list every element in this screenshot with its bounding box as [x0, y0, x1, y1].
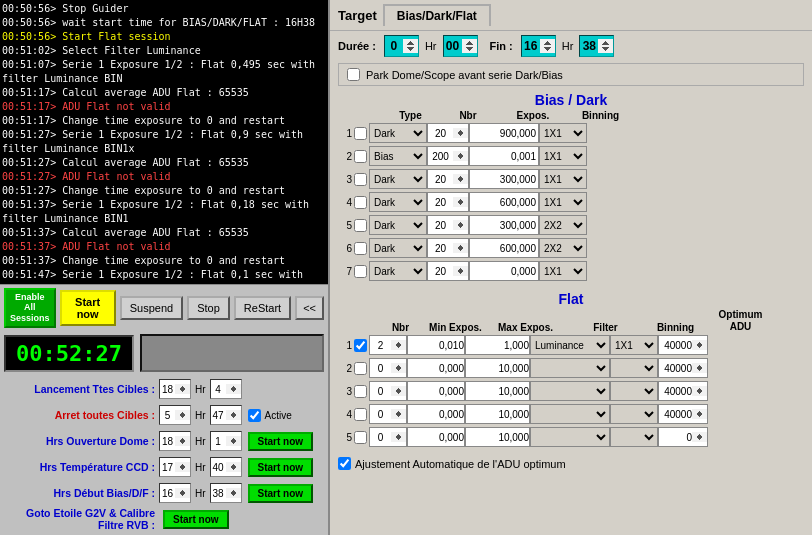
flat-maxexp-0[interactable] — [465, 335, 530, 355]
bd-bin-5[interactable]: 2X21X12X23X3 — [539, 238, 587, 258]
flat-bin-0[interactable]: 1X11X12X2 — [610, 335, 658, 355]
flat-adu-0[interactable] — [658, 335, 708, 355]
bd-row-3: 4 DarkBiasDark 1X11X12X23X3 — [338, 191, 804, 213]
bd-expos-6[interactable] — [469, 261, 539, 281]
log-line: 00:51:27> Change time exposure to 0 and … — [2, 184, 326, 198]
bd-type-6[interactable]: DarkBiasDark — [369, 261, 427, 281]
bd-nbr-2[interactable] — [427, 169, 469, 189]
flat-nbr-3[interactable] — [369, 404, 407, 424]
param-val1-3[interactable] — [159, 457, 191, 477]
param-val2-2[interactable] — [210, 431, 242, 451]
flat-adu-4[interactable] — [658, 427, 708, 447]
flat-bin-3[interactable]: 1X12X2 — [610, 404, 658, 424]
flat-bin-2[interactable]: 1X12X2 — [610, 381, 658, 401]
park-checkbox[interactable] — [347, 68, 360, 81]
bd-expos-1[interactable] — [469, 146, 539, 166]
start-now-button-3[interactable]: Start now — [248, 458, 314, 477]
arrows-button[interactable]: << — [295, 296, 324, 320]
param-val2-3[interactable] — [210, 457, 242, 477]
flat-chk-1[interactable] — [354, 362, 367, 375]
bd-chk-3[interactable] — [354, 196, 367, 209]
ajustement-checkbox[interactable] — [338, 457, 351, 470]
bd-chk-6[interactable] — [354, 265, 367, 278]
fin-val1-input[interactable] — [521, 35, 556, 57]
start-now-button-5[interactable]: Start now — [163, 510, 229, 529]
start-now-main-button[interactable]: Start now — [60, 290, 116, 326]
flat-minexp-4[interactable] — [407, 427, 465, 447]
param-val1-4[interactable] — [159, 483, 191, 503]
bd-chk-4[interactable] — [354, 219, 367, 232]
flat-filter-1[interactable]: LuminanceRedGreenBlue — [530, 358, 610, 378]
flat-adu-3[interactable] — [658, 404, 708, 424]
flat-maxexp-4[interactable] — [465, 427, 530, 447]
bd-nbr-6[interactable] — [427, 261, 469, 281]
restart-button[interactable]: ReStart — [234, 296, 291, 320]
bd-bin-3[interactable]: 1X11X12X23X3 — [539, 192, 587, 212]
flat-nbr-0[interactable] — [369, 335, 407, 355]
flat-maxexp-3[interactable] — [465, 404, 530, 424]
bd-bin-0[interactable]: 1X11X12X23X3 — [539, 123, 587, 143]
flat-maxexp-2[interactable] — [465, 381, 530, 401]
active-checkbox-1[interactable] — [248, 409, 261, 422]
flat-bin-4[interactable]: 1X12X2 — [610, 427, 658, 447]
flat-adu-1[interactable] — [658, 358, 708, 378]
bd-expos-3[interactable] — [469, 192, 539, 212]
param-val2-1[interactable] — [210, 405, 242, 425]
flat-chk-0[interactable] — [354, 339, 367, 352]
bd-nbr-0[interactable] — [427, 123, 469, 143]
param-val2-0[interactable] — [210, 379, 242, 399]
bd-chk-2[interactable] — [354, 173, 367, 186]
duree-val2-input[interactable] — [443, 35, 478, 57]
param-val2-4[interactable] — [210, 483, 242, 503]
flat-chk-4[interactable] — [354, 431, 367, 444]
bd-expos-2[interactable] — [469, 169, 539, 189]
flat-adu-2[interactable] — [658, 381, 708, 401]
param-val1-0[interactable] — [159, 379, 191, 399]
bd-type-0[interactable]: DarkBiasDark — [369, 123, 427, 143]
flat-nbr-4[interactable] — [369, 427, 407, 447]
flat-bin-1[interactable]: 1X12X2 — [610, 358, 658, 378]
bd-nbr-1[interactable] — [427, 146, 469, 166]
bd-type-5[interactable]: DarkBiasDark — [369, 238, 427, 258]
flat-nbr-2[interactable] — [369, 381, 407, 401]
bd-chk-0[interactable] — [354, 127, 367, 140]
bd-nbr-3[interactable] — [427, 192, 469, 212]
bd-chk-5[interactable] — [354, 242, 367, 255]
flat-minexp-2[interactable] — [407, 381, 465, 401]
start-now-button-4[interactable]: Start now — [248, 484, 314, 503]
stop-button[interactable]: Stop — [187, 296, 230, 320]
bd-chk-1[interactable] — [354, 150, 367, 163]
suspend-button[interactable]: Suspend — [120, 296, 183, 320]
duree-val1-input[interactable] — [384, 35, 419, 57]
flat-filter-3[interactable]: LuminanceRedGreenBlue — [530, 404, 610, 424]
enable-all-button[interactable]: Enable All Sessions — [4, 288, 56, 328]
flat-chk-2[interactable] — [354, 385, 367, 398]
bd-type-3[interactable]: DarkBiasDark — [369, 192, 427, 212]
bd-nbr-5[interactable] — [427, 238, 469, 258]
flat-nbr-1[interactable] — [369, 358, 407, 378]
flat-filter-0[interactable]: LuminanceLuminanceRedGreenBlue — [530, 335, 610, 355]
start-now-button-2[interactable]: Start now — [248, 432, 314, 451]
bd-type-4[interactable]: DarkBiasDark — [369, 215, 427, 235]
param-val1-1[interactable] — [159, 405, 191, 425]
flat-minexp-3[interactable] — [407, 404, 465, 424]
flat-minexp-0[interactable] — [407, 335, 465, 355]
bd-expos-5[interactable] — [469, 238, 539, 258]
bd-expos-4[interactable] — [469, 215, 539, 235]
bd-type-1[interactable]: BiasBiasDark — [369, 146, 427, 166]
flat-filter-2[interactable]: LuminanceRedGreenBlue — [530, 381, 610, 401]
flat-minexp-1[interactable] — [407, 358, 465, 378]
bd-type-2[interactable]: DarkBiasDark — [369, 169, 427, 189]
flat-maxexp-1[interactable] — [465, 358, 530, 378]
bd-bin-4[interactable]: 2X21X12X23X3 — [539, 215, 587, 235]
bias-dark-flat-tab[interactable]: Bias/Dark/Flat — [383, 4, 491, 26]
bd-bin-1[interactable]: 1X11X12X23X3 — [539, 146, 587, 166]
flat-filter-4[interactable]: LuminanceRedGreenBlue — [530, 427, 610, 447]
flat-chk-3[interactable] — [354, 408, 367, 421]
fin-val2-input[interactable] — [579, 35, 614, 57]
param-val1-2[interactable] — [159, 431, 191, 451]
bd-bin-2[interactable]: 1X11X12X23X3 — [539, 169, 587, 189]
bd-nbr-4[interactable] — [427, 215, 469, 235]
bd-bin-6[interactable]: 1X11X12X23X3 — [539, 261, 587, 281]
bd-expos-0[interactable] — [469, 123, 539, 143]
